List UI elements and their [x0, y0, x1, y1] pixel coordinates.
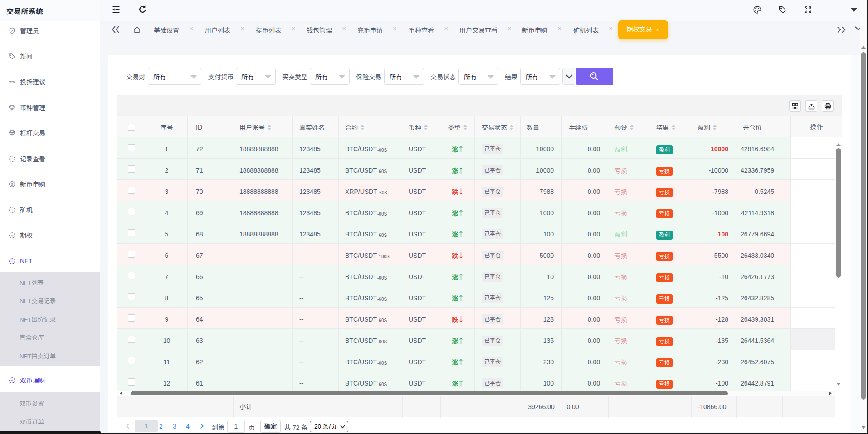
svg-text:$: $ [11, 182, 13, 186]
